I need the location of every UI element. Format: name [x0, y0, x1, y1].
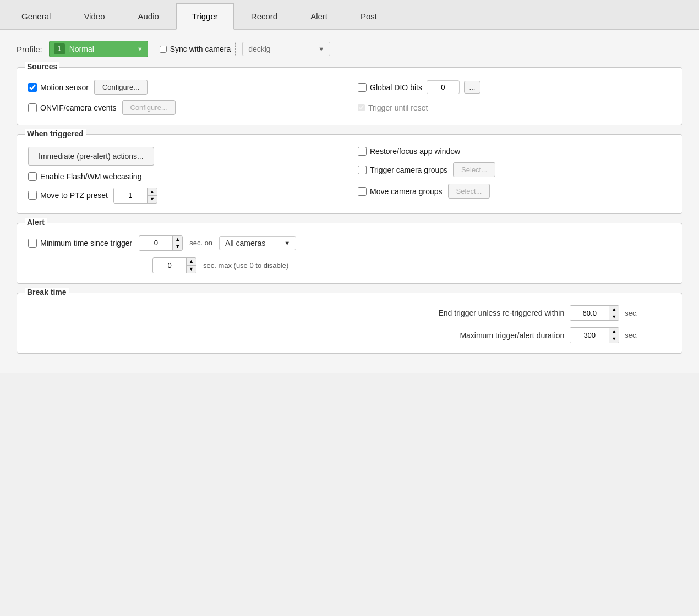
camera-chevron-icon: ▼: [318, 46, 324, 52]
alert-spinner1-btns: ▲ ▼: [172, 236, 182, 251]
alert-title: Alert: [25, 218, 47, 227]
max-duration-up-btn[interactable]: ▲: [609, 328, 619, 335]
ptz-preset-row: Move to PTZ preset ▲ ▼: [28, 188, 341, 204]
camera-dropdown[interactable]: decklg ▼: [242, 42, 330, 56]
triggered-right: Restore/focus app window Trigger camera …: [358, 147, 671, 204]
alert-value1-input[interactable]: [139, 236, 172, 251]
min-time-checkbox[interactable]: [28, 239, 37, 248]
onvif-label[interactable]: ONVIF/camera events: [28, 103, 117, 112]
global-dio-label[interactable]: Global DIO bits: [358, 83, 422, 92]
onvif-checkbox[interactable]: [28, 103, 37, 112]
alert-spinner2-btns: ▲ ▼: [186, 258, 196, 273]
trigger-groups-label[interactable]: Trigger camera groups: [358, 166, 447, 174]
sync-checkbox-container: Sync with camera: [155, 42, 236, 56]
global-dio-input[interactable]: [427, 80, 460, 94]
pre-alert-btn[interactable]: Immediate (pre-alert) actions...: [28, 147, 154, 166]
triggered-grid: Immediate (pre-alert) actions... Enable …: [28, 147, 671, 204]
alert1-down-btn[interactable]: ▼: [173, 243, 182, 250]
max-duration-down-btn[interactable]: ▼: [609, 335, 619, 343]
alert2-down-btn[interactable]: ▼: [187, 265, 196, 273]
trigger-reset-row: Trigger until reset: [358, 100, 671, 115]
end-trigger-spinner: ▲ ▼: [570, 305, 619, 321]
tab-post[interactable]: Post: [345, 3, 393, 29]
trigger-reset-checkbox: [358, 104, 365, 111]
tab-record[interactable]: Record: [235, 3, 293, 29]
end-trigger-spinner-btns: ▲ ▼: [609, 306, 619, 321]
restore-focus-checkbox[interactable]: [358, 147, 367, 156]
tab-video[interactable]: Video: [68, 3, 121, 29]
motion-sensor-label[interactable]: Motion sensor: [28, 83, 89, 92]
motion-sensor-checkbox[interactable]: [28, 83, 37, 92]
profile-number: 1: [54, 43, 65, 54]
global-dio-dots-btn[interactable]: ...: [464, 81, 480, 94]
alert-value2-input[interactable]: [153, 258, 186, 273]
motion-sensor-row: Motion sensor Configure...: [28, 80, 341, 95]
max-duration-input[interactable]: [570, 328, 609, 343]
alert-row-1: Minimum time since trigger ▲ ▼ sec. on A…: [28, 235, 671, 251]
tab-audio[interactable]: Audio: [122, 3, 174, 29]
break-grid: End trigger unless re-triggered within ▲…: [28, 305, 671, 343]
end-trigger-label: End trigger unless re-triggered within: [438, 309, 564, 317]
alert-section: Alert Minimum time since trigger ▲ ▼ sec…: [17, 223, 682, 284]
max-duration-spinner: ▲ ▼: [570, 327, 619, 343]
profile-name: Normal: [69, 45, 94, 53]
move-groups-select-btn[interactable]: Select...: [448, 184, 490, 199]
max-duration-label: Maximum trigger/alert duration: [460, 331, 564, 340]
move-groups-checkbox[interactable]: [358, 187, 367, 196]
tab-general[interactable]: General: [6, 3, 67, 29]
end-trigger-down-btn[interactable]: ▼: [609, 313, 619, 321]
sources-section: Sources Motion sensor Configure... Globa…: [17, 67, 682, 125]
onvif-row: ONVIF/camera events Configure...: [28, 100, 341, 115]
trigger-groups-row: Trigger camera groups Select...: [358, 162, 671, 177]
content-area: Profile: 1 Normal ▼ Sync with camera dec…: [0, 30, 699, 373]
break-row-1: End trigger unless re-triggered within ▲…: [28, 305, 638, 321]
move-groups-label[interactable]: Move camera groups: [358, 187, 443, 196]
break-time-title: Break time: [25, 288, 69, 296]
ptz-input[interactable]: [114, 188, 147, 203]
alert1-up-btn[interactable]: ▲: [173, 236, 182, 243]
sources-grid: Motion sensor Configure... Global DIO bi…: [28, 80, 671, 115]
cameras-dropdown[interactable]: All cameras ▼: [219, 236, 296, 250]
trigger-groups-checkbox[interactable]: [358, 166, 367, 174]
cameras-label: All cameras: [225, 239, 265, 248]
move-groups-row: Move camera groups Select...: [358, 184, 671, 199]
end-trigger-up-btn[interactable]: ▲: [609, 306, 619, 313]
trigger-reset-label: Trigger until reset: [368, 103, 428, 112]
max-duration-spinner-btns: ▲ ▼: [609, 328, 619, 343]
ptz-up-btn[interactable]: ▲: [148, 188, 157, 195]
end-trigger-sec: sec.: [625, 309, 638, 317]
alert-spinner-1: ▲ ▼: [139, 235, 183, 251]
alert-row-2: ▲ ▼ sec. max (use 0 to disable): [152, 257, 671, 273]
profile-chevron-icon: ▼: [137, 46, 143, 52]
profile-row: Profile: 1 Normal ▼ Sync with camera dec…: [17, 41, 682, 57]
sync-label: Sync with camera: [170, 45, 231, 53]
flash-wm-label[interactable]: Enable Flash/WM webcasting: [28, 172, 341, 181]
end-trigger-input[interactable]: [570, 306, 609, 321]
profile-dropdown[interactable]: 1 Normal ▼: [49, 41, 148, 57]
sec-on-label: sec. on: [189, 239, 212, 247]
min-time-label[interactable]: Minimum time since trigger: [28, 239, 132, 248]
triggered-left: Immediate (pre-alert) actions... Enable …: [28, 147, 341, 204]
break-row-2: Maximum trigger/alert duration ▲ ▼ sec.: [28, 327, 638, 343]
tab-trigger[interactable]: Trigger: [176, 3, 234, 30]
alert2-up-btn[interactable]: ▲: [187, 258, 196, 265]
ptz-down-btn[interactable]: ▼: [148, 195, 157, 203]
restore-focus-label[interactable]: Restore/focus app window: [358, 147, 671, 156]
ptz-spinner: ▲ ▼: [113, 188, 157, 204]
sync-checkbox[interactable]: [160, 46, 167, 53]
configure-motion-btn[interactable]: Configure...: [94, 80, 148, 95]
ptz-checkbox[interactable]: [28, 191, 37, 200]
max-duration-sec: sec.: [625, 331, 638, 339]
alert-spinner-2: ▲ ▼: [152, 257, 196, 273]
alert-grid: Minimum time since trigger ▲ ▼ sec. on A…: [28, 235, 671, 273]
trigger-groups-select-btn[interactable]: Select...: [453, 162, 495, 177]
configure-onvif-btn: Configure...: [122, 100, 176, 115]
when-triggered-section: When triggered Immediate (pre-alert) act…: [17, 134, 682, 214]
ptz-label[interactable]: Move to PTZ preset: [28, 191, 108, 200]
global-dio-checkbox[interactable]: [358, 83, 367, 92]
tab-alert[interactable]: Alert: [294, 3, 343, 29]
cameras-chevron-icon: ▼: [284, 240, 290, 246]
flash-wm-checkbox[interactable]: [28, 172, 37, 181]
when-triggered-title: When triggered: [25, 129, 86, 138]
sec-max-label: sec. max (use 0 to disable): [203, 261, 288, 270]
